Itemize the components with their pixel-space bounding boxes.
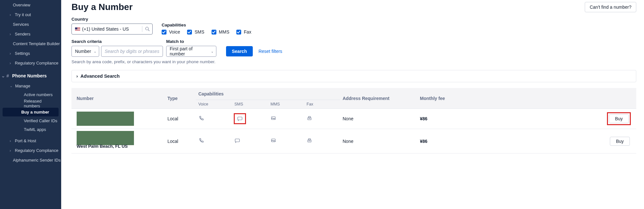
sidebar-group-manage[interactable]: ⌄ Manage bbox=[0, 81, 61, 90]
select-value: Number bbox=[75, 49, 91, 54]
sidebar-item-content-template-builder[interactable]: Content Template Builder bbox=[0, 39, 61, 48]
image-icon bbox=[270, 138, 276, 144]
cell-addr-req: None bbox=[340, 109, 417, 129]
fee-value: ¥86 bbox=[420, 139, 427, 144]
capability-label: Fax bbox=[244, 29, 251, 35]
cell-fee: ¥86 bbox=[417, 109, 462, 129]
sidebar-item-services[interactable]: Services bbox=[0, 19, 61, 29]
sidebar-item-label: Buy a number bbox=[21, 110, 49, 114]
capabilities-label: Capabilities bbox=[162, 23, 251, 27]
buy-button[interactable]: Buy bbox=[609, 114, 629, 123]
sidebar-item-twiml-apps[interactable]: TwiML apps bbox=[3, 125, 59, 134]
checkbox-icon bbox=[236, 30, 241, 35]
chevron-down-icon: ⌄ bbox=[211, 50, 213, 53]
sidebar-item-released-numbers[interactable]: Released numbers bbox=[3, 99, 59, 108]
country-select[interactable]: (+1) United States - US bbox=[71, 24, 153, 35]
highlight-box: Buy bbox=[608, 113, 630, 124]
phone-icon bbox=[198, 138, 204, 144]
country-label: Country bbox=[71, 17, 153, 22]
sidebar-item-label: Verified Caller IDs bbox=[24, 118, 57, 123]
chevron-right-icon: › bbox=[8, 51, 12, 56]
sidebar-item-regulatory-compliance-2[interactable]: › Regulatory Compliance bbox=[0, 145, 61, 155]
checkbox-icon bbox=[187, 30, 192, 35]
cell-cap-sms bbox=[232, 129, 268, 154]
checkbox-icon bbox=[162, 30, 166, 35]
sidebar-item-label: Released numbers bbox=[24, 99, 59, 108]
sidebar-item-label: Active numbers bbox=[24, 92, 53, 97]
subcol-sms: SMS bbox=[232, 100, 268, 109]
subcol-fax: Fax bbox=[304, 100, 340, 109]
fee-value: ¥86 bbox=[420, 116, 427, 121]
select-value: First part of number bbox=[170, 46, 208, 56]
capability-fax[interactable]: Fax bbox=[236, 29, 251, 35]
capability-label: MMS bbox=[219, 29, 230, 35]
svg-rect-7 bbox=[235, 139, 240, 142]
sidebar-item-label: Port & Host bbox=[15, 138, 36, 143]
col-type: Type bbox=[165, 88, 196, 109]
capability-voice[interactable]: Voice bbox=[162, 29, 180, 35]
col-monthly-fee: Monthly fee bbox=[417, 88, 462, 109]
chevron-right-icon: › bbox=[8, 32, 12, 36]
col-number: Number bbox=[71, 88, 165, 109]
cell-cap-voice bbox=[196, 109, 232, 129]
capability-sms[interactable]: SMS bbox=[187, 29, 204, 35]
capability-label: Voice bbox=[169, 29, 180, 35]
buy-button[interactable]: Buy bbox=[610, 137, 630, 146]
sidebar-item-overview[interactable]: Overview bbox=[0, 0, 61, 10]
cant-find-number-button[interactable]: Can't find a number? bbox=[585, 2, 636, 12]
chevron-right-icon: › bbox=[8, 138, 12, 143]
sidebar-item-label: Manage bbox=[15, 84, 30, 88]
sidebar-item-label: TwiML apps bbox=[24, 127, 46, 132]
search-criteria-field: Search criteria Number ⌄ bbox=[71, 39, 163, 57]
svg-point-0 bbox=[146, 27, 148, 30]
search-input[interactable] bbox=[101, 46, 163, 57]
sidebar-item-try-it-out[interactable]: › Try it out bbox=[0, 10, 61, 19]
sidebar-item-label: Alphanumeric Sender IDs bbox=[13, 158, 61, 163]
search-button[interactable]: Search bbox=[226, 46, 253, 56]
subcol-mms: MMS bbox=[268, 100, 304, 109]
cell-cap-fax bbox=[304, 129, 340, 154]
sidebar-item-label: Regulatory Compliance bbox=[15, 148, 58, 153]
sidebar-section-phone-numbers[interactable]: ⌄ # Phone Numbers bbox=[0, 70, 61, 81]
search-criteria-label: Search criteria bbox=[71, 39, 163, 44]
match-to-select[interactable]: First part of number ⌄ bbox=[166, 46, 216, 57]
redacted-number bbox=[77, 112, 134, 126]
chevron-down-icon: ⌄ bbox=[94, 50, 96, 53]
country-value: (+1) United States - US bbox=[82, 26, 129, 32]
svg-line-1 bbox=[148, 30, 149, 31]
chevron-right-icon: › bbox=[8, 61, 12, 65]
col-address-req: Address Requirement bbox=[340, 88, 417, 109]
match-to-label: Match to bbox=[166, 39, 216, 44]
sidebar-item-settings[interactable]: › Settings bbox=[0, 48, 61, 58]
cell-cap-mms bbox=[268, 109, 304, 129]
sidebar-item-alphanumeric-sender-ids[interactable]: Alphanumeric Sender IDs bbox=[0, 155, 61, 165]
sidebar-item-senders[interactable]: › Senders bbox=[0, 29, 61, 39]
sidebar-item-label: Services bbox=[13, 22, 29, 27]
hash-icon: # bbox=[6, 73, 9, 78]
sidebar-item-buy-a-number[interactable]: Buy a number bbox=[3, 108, 59, 116]
svg-rect-5 bbox=[308, 116, 310, 118]
reset-filters-link[interactable]: Reset filters bbox=[259, 49, 282, 54]
sidebar-item-active-numbers[interactable]: Active numbers bbox=[3, 90, 59, 99]
cell-cap-mms bbox=[268, 129, 304, 154]
results-table: Number Type Capabilities Address Require… bbox=[71, 88, 636, 154]
cell-number bbox=[71, 109, 165, 129]
table-row: West Palm Beach, FL US Local bbox=[71, 129, 636, 154]
chevron-down-icon: ⌄ bbox=[1, 73, 5, 78]
search-icon[interactable] bbox=[142, 26, 152, 32]
table-row: Local None ¥ bbox=[71, 109, 636, 129]
search-hint: Search by area code, prefix, or characte… bbox=[71, 59, 636, 64]
cell-addr-req: None bbox=[340, 129, 417, 154]
page-title: Buy a Number bbox=[71, 2, 133, 12]
match-to-field: Match to First part of number ⌄ bbox=[166, 39, 216, 57]
sidebar-item-port-host[interactable]: › Port & Host bbox=[0, 136, 61, 145]
image-icon bbox=[270, 115, 276, 121]
chevron-right-icon: › bbox=[8, 12, 12, 17]
sidebar-item-regulatory-compliance[interactable]: › Regulatory Compliance bbox=[0, 58, 61, 68]
capability-mms[interactable]: MMS bbox=[212, 29, 230, 35]
sidebar-item-verified-caller-ids[interactable]: Verified Caller IDs bbox=[3, 116, 59, 125]
advanced-search-toggle[interactable]: › Advanced Search bbox=[71, 70, 636, 82]
fax-icon bbox=[307, 138, 312, 144]
svg-rect-10 bbox=[308, 139, 310, 140]
criteria-type-select[interactable]: Number ⌄ bbox=[71, 46, 99, 57]
